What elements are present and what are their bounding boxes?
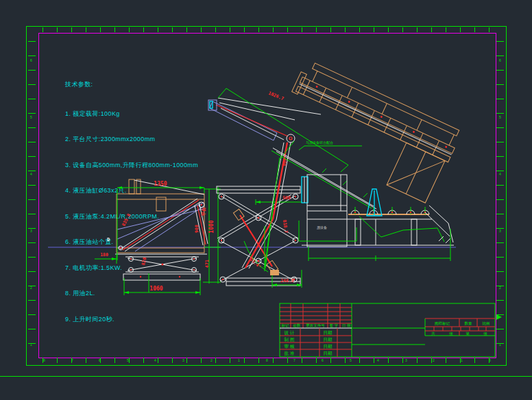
tb-row-approve: 批 准 — [285, 351, 295, 356]
leader-note-text: 与原设备转台配合 — [306, 140, 333, 145]
tb-row-design-date: 日期 — [324, 330, 332, 335]
dim-248-5: 248.5 — [280, 278, 294, 284]
dim-471: 471 — [204, 260, 210, 268]
tb-row-approve-date: 日期 — [324, 351, 332, 355]
tb-quantity: 数量 — [465, 321, 473, 325]
tb-row-draw: 制 图 — [285, 337, 295, 342]
dim-1026-7: 1026.7 — [267, 90, 285, 101]
tb-row-check: 审 核 — [285, 344, 295, 349]
middle-view-scissor — [217, 186, 300, 286]
dim-1350: 1350 — [154, 181, 167, 187]
tb-row-design: 设 计 — [285, 330, 295, 335]
dim-820: 820 — [141, 257, 147, 266]
title-block: 标记 处数 更改文件号 签 字 日 期 设 计 日期 制 图 日期 审 核 日期… — [280, 303, 495, 357]
dim-818-7: 818.7 — [282, 219, 289, 234]
tb-sheet-total: 共 — [431, 332, 435, 336]
dim-908: 908 — [194, 225, 200, 233]
tilt-arm-assembly — [208, 98, 321, 142]
tb-row-draw-date: 日期 — [324, 337, 332, 342]
dim-180: 180 — [100, 252, 108, 258]
dim-1060: 1060 — [149, 286, 162, 292]
label-platform: 平台 — [201, 208, 206, 216]
tb-sheet-no-unit: 张 — [483, 332, 487, 336]
tb-drawing-mark: 图样标记 — [435, 321, 450, 326]
existing-machine-view: 原设备 — [271, 148, 454, 261]
tb-sheet-total-unit: 张 — [449, 332, 453, 336]
drawing-geometry: 1350 180 1060 908 平台 1000 471 835.8 820 … — [0, 0, 532, 400]
cad-canvas: 87654321876543218654321654321 技术参数: 1. 额… — [0, 0, 532, 400]
leader-annotation: 与原设备转台配合 — [299, 140, 362, 150]
dim-1000: 1000 — [208, 220, 215, 233]
tb-rev-date: 日 期 — [342, 323, 351, 328]
tb-rev-mark: 标记 — [281, 323, 290, 328]
dim-800: 800 — [281, 158, 288, 166]
dim-835-8: 835.8 — [121, 212, 132, 227]
tb-sheet-no: 第 — [466, 332, 470, 336]
tb-rev-count: 处数 — [293, 323, 302, 328]
tb-rev-docno: 更改文件号 — [306, 323, 325, 327]
dim-500: 500 — [282, 195, 291, 201]
left-view-dimensions: 1350 180 1060 908 平台 1000 471 835.8 820 … — [95, 181, 221, 295]
machine-label-text: 原设备 — [317, 225, 327, 229]
tb-row-check-date: 日期 — [324, 344, 332, 349]
tb-rev-sign: 签 字 — [330, 323, 339, 328]
tb-scale: 比例 — [483, 321, 490, 326]
datum-mark-d: D — [107, 237, 110, 242]
